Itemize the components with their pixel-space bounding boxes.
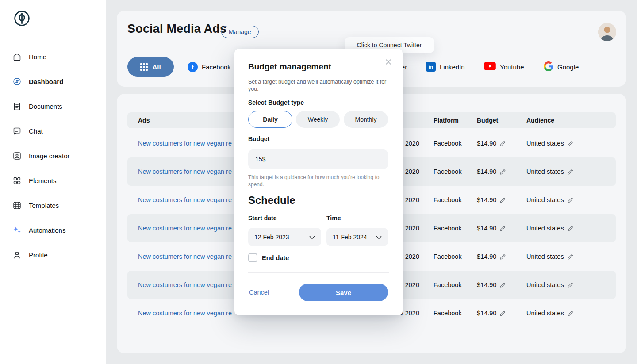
budget-type-label: Select Budget type: [248, 99, 304, 106]
schedule-heading: Schedule: [248, 194, 295, 207]
edit-audience-icon[interactable]: [567, 197, 574, 203]
user-avatar[interactable]: [598, 23, 616, 41]
ad-name-link[interactable]: New costumers for new vegan re: [138, 168, 232, 175]
filter-tab-all[interactable]: All: [127, 57, 174, 77]
sidebar-item-label: Templates: [29, 202, 59, 209]
ad-platform: Facebook: [434, 129, 462, 157]
sidebar-item-label: Automations: [29, 226, 65, 234]
ad-budget: $14.90: [477, 168, 496, 175]
sidebar-item-home[interactable]: Home: [0, 44, 106, 69]
edit-audience-icon[interactable]: [567, 310, 574, 317]
sidebar-item-documents[interactable]: Documents: [0, 94, 106, 119]
save-button[interactable]: Save: [299, 284, 388, 301]
edit-budget-icon[interactable]: [499, 169, 506, 175]
sidebar-item-label: Documents: [29, 103, 62, 110]
logo-icon: [12, 8, 32, 28]
filter-tab-facebook[interactable]: f Facebook: [188, 57, 231, 77]
modal-divider: [248, 272, 389, 273]
start-date-select[interactable]: 12 Feb 2023: [248, 228, 321, 246]
ad-budget: $14.90: [477, 281, 496, 288]
home-icon: [12, 52, 22, 61]
sidebar: Home Dashboard Documents Chat Image crea…: [0, 0, 106, 364]
filter-tab-label: Facebook: [202, 63, 231, 71]
time-label: Time: [326, 215, 341, 222]
chevron-down-icon: [309, 234, 315, 241]
facebook-icon: f: [188, 62, 198, 72]
edit-budget-icon[interactable]: [499, 253, 506, 260]
ad-audience: United states: [526, 253, 564, 260]
sidebar-item-label: Chat: [29, 127, 43, 135]
column-header-ads: Ads: [138, 112, 150, 128]
sidebar-item-profile[interactable]: Profile: [0, 242, 106, 267]
sidebar-item-dashboard[interactable]: Dashboard: [0, 69, 106, 94]
profile-icon: [12, 250, 22, 260]
filter-tab-label: LinkedIn: [440, 63, 465, 71]
start-date-label: Start date: [248, 215, 277, 222]
filter-tab-google[interactable]: Google: [544, 57, 579, 77]
ad-name-link[interactable]: New costumers for new vegan re: [138, 310, 232, 317]
automations-icon: [12, 226, 22, 235]
sidebar-nav: Home Dashboard Documents Chat Image crea…: [0, 44, 106, 267]
youtube-icon: [484, 62, 496, 72]
ad-budget: $14.90: [477, 310, 496, 317]
ad-audience: United states: [526, 140, 564, 147]
ad-name-link[interactable]: New costumers for new vegan re: [138, 253, 232, 260]
ad-platform: Facebook: [434, 157, 462, 186]
cancel-button[interactable]: Cancel: [249, 284, 269, 301]
column-header-platform: Platform: [434, 112, 459, 128]
tooltip-text: Click to Connect Twitter: [357, 42, 422, 49]
image-creator-icon: [12, 151, 22, 161]
sidebar-item-label: Home: [29, 53, 46, 61]
sidebar-item-image-creator[interactable]: Image creator: [0, 143, 106, 168]
modal-title: Budget management: [248, 62, 331, 72]
edit-budget-icon[interactable]: [499, 225, 506, 232]
edit-budget-icon[interactable]: [499, 282, 506, 288]
edit-audience-icon[interactable]: [567, 169, 574, 175]
app-root: Home Dashboard Documents Chat Image crea…: [0, 0, 637, 364]
edit-budget-icon[interactable]: [499, 310, 506, 317]
start-date-value: 12 Feb 2023: [254, 234, 289, 241]
page-title: Social Media Ads: [127, 22, 226, 36]
time-select[interactable]: 11 Feb 2024: [326, 228, 388, 246]
ad-name-link[interactable]: New costumers for new vegan re: [138, 281, 232, 288]
column-header-budget: Budget: [477, 112, 498, 128]
edit-audience-icon[interactable]: [567, 253, 574, 260]
ad-name-link[interactable]: New costumers for new vegan re: [138, 196, 232, 203]
ad-name-link[interactable]: New costumers for new vegan re: [138, 140, 232, 147]
manage-button[interactable]: Manage: [221, 26, 259, 38]
edit-audience-icon[interactable]: [567, 282, 574, 288]
budget-input[interactable]: [248, 149, 388, 169]
edit-audience-icon[interactable]: [567, 140, 574, 147]
filter-tab-label: Google: [557, 63, 579, 71]
budget-type-monthly[interactable]: Monthly: [344, 111, 388, 128]
sidebar-item-elements[interactable]: Elements: [0, 168, 106, 193]
filter-tab-label: All: [152, 63, 161, 71]
ad-platform: Facebook: [434, 299, 462, 327]
budget-type-weekly[interactable]: Weekly: [296, 111, 340, 128]
close-icon[interactable]: [385, 58, 392, 65]
app-logo[interactable]: [12, 8, 32, 28]
filter-tab-youtube[interactable]: Youtube: [484, 57, 524, 77]
templates-icon: [12, 201, 22, 210]
ad-name-link[interactable]: New costumers for new vegan re: [138, 225, 232, 232]
sidebar-item-automations[interactable]: Automations: [0, 218, 106, 242]
ad-audience: United states: [526, 225, 564, 232]
facebook-glyph: f: [192, 63, 194, 71]
sidebar-item-chat[interactable]: Chat: [0, 119, 106, 143]
budget-type-daily[interactable]: Daily: [248, 111, 292, 128]
ad-budget: $14.90: [477, 225, 496, 232]
edit-budget-icon[interactable]: [499, 140, 506, 147]
budget-management-modal: Budget management Set a target budget an…: [234, 49, 403, 315]
sidebar-item-templates[interactable]: Templates: [0, 193, 106, 218]
ad-audience: United states: [526, 310, 564, 317]
end-date-checkbox[interactable]: [248, 253, 257, 262]
documents-icon: [12, 102, 22, 111]
edit-budget-icon[interactable]: [499, 197, 506, 203]
avatar-image: [598, 23, 616, 41]
filter-tab-linkedin[interactable]: in LinkedIn: [426, 57, 465, 77]
sidebar-item-label: Profile: [29, 251, 48, 259]
filter-tab-label: Youtube: [500, 63, 524, 71]
edit-audience-icon[interactable]: [567, 225, 574, 232]
ad-platform: Facebook: [434, 242, 462, 271]
elements-icon: [12, 176, 22, 185]
